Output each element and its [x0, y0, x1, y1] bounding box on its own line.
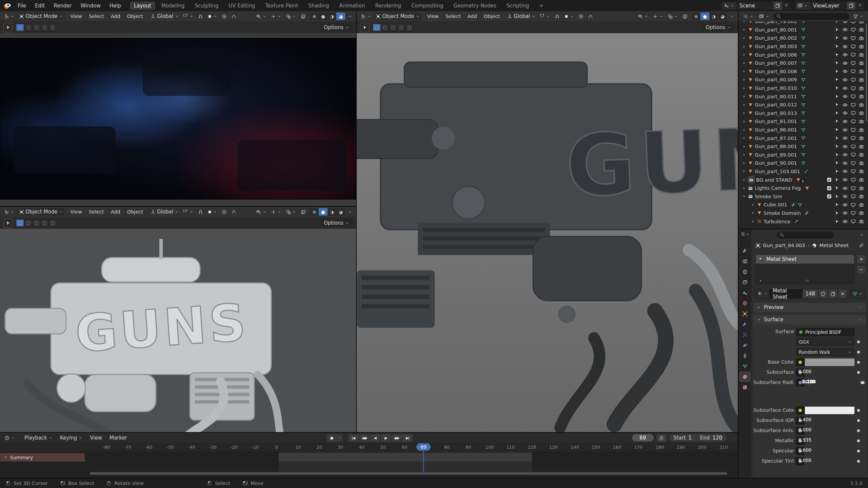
new-material-button[interactable] — [828, 289, 838, 299]
animate-property-dot[interactable] — [857, 460, 860, 463]
outliner-item-name[interactable]: Gun_part_80.001 — [755, 27, 797, 33]
outliner-item-name[interactable]: Gun_part_80.003 — [755, 44, 797, 49]
hide-viewport-icon[interactable] — [843, 144, 848, 149]
outliner-row[interactable]: Cube.001 — [738, 201, 868, 209]
workspace-tab-modeling[interactable]: Modeling — [157, 2, 189, 10]
mode-selector[interactable]: Object Mode — [17, 208, 65, 216]
shading-rendered-button[interactable]: ◕ — [718, 13, 727, 20]
visibility-dropdown[interactable] — [636, 13, 650, 20]
browse-material-button[interactable] — [755, 289, 770, 299]
disclosure-closed-icon[interactable] — [751, 219, 755, 224]
fake-user-toggle[interactable] — [818, 289, 828, 299]
outliner-item-name[interactable]: Cube.001 — [764, 202, 787, 207]
disclosure-closed-icon[interactable] — [742, 178, 746, 182]
disable-render-icon[interactable] — [859, 127, 864, 133]
outliner-row[interactable]: Gun_part_81.001 — [738, 117, 868, 126]
outliner-item-name[interactable]: Turbulence — [764, 219, 790, 224]
outliner-item-name[interactable]: Smoke Sim — [755, 194, 782, 199]
menu-select[interactable]: Select — [89, 209, 104, 215]
hide-viewport-icon[interactable] — [843, 69, 848, 74]
outliner-editor-type-button[interactable] — [741, 13, 755, 20]
shading-wireframe-button[interactable]: ⊕ — [692, 13, 701, 20]
shading-dropdown[interactable] — [346, 209, 354, 215]
disable-viewport-icon[interactable] — [851, 86, 856, 91]
menu-keying[interactable]: Keying — [58, 434, 85, 442]
outliner-row[interactable]: Gun_part_80.009 — [738, 76, 868, 84]
select-box-tool-2[interactable] — [24, 24, 32, 31]
disable-render-icon[interactable] — [859, 169, 864, 174]
disable-render-icon[interactable] — [859, 119, 864, 124]
animate-property-dot[interactable] — [857, 341, 860, 343]
outliner-search-input[interactable] — [773, 13, 849, 20]
outliner-item-name[interactable]: Lights Camera Fog — [755, 185, 801, 191]
disable-render-icon[interactable] — [859, 102, 864, 107]
disable-viewport-icon[interactable] — [851, 44, 856, 49]
hide-viewport-icon[interactable] — [843, 52, 848, 57]
active-tool-button[interactable] — [3, 218, 13, 228]
select-box-tool-4[interactable] — [397, 24, 405, 31]
hide-viewport-icon[interactable] — [843, 136, 848, 141]
end-frame-field[interactable]: 120 — [712, 435, 722, 441]
outliner-scrollbar[interactable] — [866, 23, 867, 122]
outliner-row[interactable]: Gun_part_80.006 — [738, 50, 868, 59]
breadcrumb-material[interactable]: Metal Sheet — [819, 243, 849, 248]
disable-render-icon[interactable] — [859, 194, 864, 199]
disable-viewport-icon[interactable] — [851, 36, 856, 41]
workspace-tab-uv-editing[interactable]: UV Editing — [224, 2, 259, 10]
menu-file[interactable]: File — [18, 3, 26, 9]
select-box-tool-3[interactable] — [33, 220, 40, 226]
disclosure-closed-icon[interactable] — [742, 53, 746, 57]
selectable-icon[interactable] — [835, 21, 840, 24]
current-frame-field[interactable]: 69 — [632, 434, 654, 442]
selectable-icon[interactable] — [835, 136, 840, 141]
outliner-item-name[interactable]: Gun_part_80.002 — [755, 35, 797, 41]
tab-scene[interactable] — [739, 287, 751, 298]
outliner-item-name[interactable]: Gun_part_87.001 — [755, 136, 797, 141]
selectable-icon[interactable] — [835, 53, 840, 57]
disclosure-closed-icon[interactable] — [742, 136, 746, 140]
value-slider[interactable]: 0.600 — [805, 447, 805, 453]
selectable-icon[interactable] — [835, 219, 840, 224]
menu-view[interactable]: View — [71, 209, 82, 215]
selectable-icon[interactable] — [835, 169, 840, 174]
disable-render-icon[interactable] — [859, 202, 864, 207]
disable-viewport-icon[interactable] — [851, 169, 856, 174]
shading-dropdown[interactable] — [728, 14, 735, 19]
shading-material-button[interactable]: ◑ — [709, 13, 718, 20]
disable-render-icon[interactable] — [859, 52, 864, 57]
outliner-row[interactable]: Smoke Domain — [738, 209, 868, 218]
outliner-item-name[interactable]: Gun_part_79.001 — [755, 21, 797, 24]
preview-panel-header[interactable]: Preview — [753, 303, 866, 312]
disable-viewport-icon[interactable] — [851, 110, 856, 116]
menu-window[interactable]: Window — [81, 3, 101, 9]
orientation-selector[interactable]: Global — [149, 208, 180, 216]
outliner-row[interactable]: Smoke Sim — [738, 192, 868, 201]
selectable-icon[interactable] — [835, 211, 840, 216]
disclosure-closed-icon[interactable] — [742, 161, 746, 165]
outliner-row[interactable]: Gun_part_80.002 — [738, 34, 868, 42]
link-material-dropdown[interactable] — [850, 289, 865, 299]
select-box-tool-2[interactable] — [381, 24, 389, 31]
disable-viewport-icon[interactable] — [851, 144, 856, 149]
outliner-row[interactable]: Turbulence — [738, 217, 868, 226]
options-dropdown[interactable]: Options — [702, 23, 734, 32]
properties-options-dropdown[interactable] — [858, 232, 865, 238]
gizmos-dropdown[interactable] — [269, 209, 283, 215]
tab-constraints[interactable] — [739, 350, 751, 361]
tab-physics[interactable] — [739, 340, 751, 350]
shading-material-button[interactable]: ◑ — [328, 13, 336, 20]
animate-property-dot[interactable] — [857, 409, 860, 412]
disclosure-closed-icon[interactable] — [742, 103, 746, 107]
outliner-item-name[interactable]: Gun_part_80.012 — [755, 102, 797, 107]
outliner-row[interactable]: Gun_part_80.012 — [738, 101, 868, 109]
selectable-icon[interactable] — [835, 86, 840, 90]
select-box-tool-5[interactable] — [49, 220, 56, 226]
proportional-editing-toggle[interactable] — [220, 209, 229, 215]
disable-render-icon[interactable] — [859, 69, 864, 74]
selectable-icon[interactable] — [835, 178, 840, 182]
menu-add[interactable]: Add — [111, 209, 120, 215]
disable-viewport-icon[interactable] — [851, 21, 856, 24]
playhead-line[interactable] — [423, 450, 424, 473]
disable-render-icon[interactable] — [859, 21, 864, 24]
hide-viewport-icon[interactable] — [843, 186, 848, 191]
